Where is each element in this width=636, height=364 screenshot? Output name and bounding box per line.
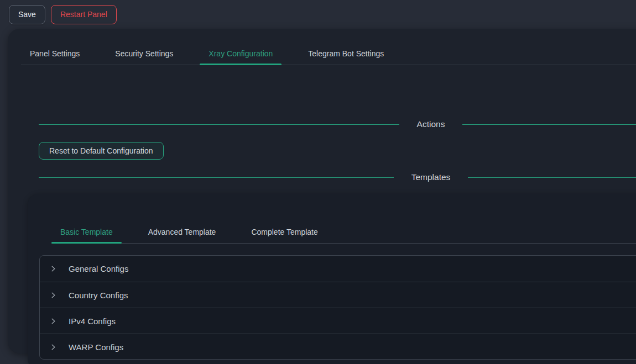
- collapse-header-general-configs[interactable]: General Configs: [40, 256, 636, 282]
- chevron-right-icon: [50, 265, 57, 272]
- collapse-label: IPv4 Configs: [69, 316, 116, 326]
- actions-divider-label: Actions: [399, 119, 463, 129]
- save-button[interactable]: Save: [9, 5, 45, 24]
- template-tabbar: Basic Template Advanced Template Complet…: [51, 220, 636, 244]
- collapse-item-warp-configs: WARP Configs: [40, 334, 636, 360]
- collapse-label: Country Configs: [69, 291, 128, 300]
- tab-label: Telegram Bot Settings: [308, 49, 384, 58]
- divider-line: [462, 124, 636, 125]
- tab-security-settings[interactable]: Security Settings: [106, 42, 182, 65]
- tab-label: Panel Settings: [30, 49, 80, 58]
- config-collapse-list: General Configs Country Configs: [39, 255, 636, 360]
- actions-divider: Actions: [39, 120, 636, 129]
- collapse-header-country-configs[interactable]: Country Configs: [40, 282, 636, 308]
- settings-card: Panel Settings Security Settings Xray Co…: [8, 29, 636, 354]
- tab-advanced-template[interactable]: Advanced Template: [139, 220, 225, 243]
- tab-complete-template[interactable]: Complete Template: [242, 220, 326, 243]
- collapse-item-general-configs: General Configs: [40, 256, 636, 282]
- tab-panel-settings[interactable]: Panel Settings: [21, 42, 88, 65]
- top-toolbar: Save Restart Panel: [9, 5, 117, 24]
- tab-telegram-bot-settings[interactable]: Telegram Bot Settings: [299, 42, 393, 65]
- chevron-right-icon: [50, 344, 57, 351]
- collapse-item-ipv4-configs: IPv4 Configs: [40, 308, 636, 334]
- divider-line: [468, 177, 636, 178]
- tab-label: Complete Template: [251, 228, 317, 236]
- tab-basic-template[interactable]: Basic Template: [51, 220, 122, 243]
- collapse-item-country-configs: Country Configs: [40, 282, 636, 308]
- restart-panel-button[interactable]: Restart Panel: [51, 5, 117, 24]
- templates-card: Basic Template Advanced Template Complet…: [28, 194, 636, 364]
- tab-label: Basic Template: [60, 228, 113, 236]
- collapse-header-warp-configs[interactable]: WARP Configs: [40, 334, 636, 360]
- tab-label: Security Settings: [115, 49, 173, 58]
- collapse-header-ipv4-configs[interactable]: IPv4 Configs: [40, 308, 636, 334]
- reset-default-configuration-button[interactable]: Reset to Default Configuration: [39, 142, 164, 160]
- templates-divider: Templates: [39, 173, 636, 182]
- chevron-right-icon: [50, 318, 57, 325]
- divider-line: [39, 124, 399, 125]
- divider-line: [39, 177, 394, 178]
- chevron-right-icon: [50, 292, 57, 299]
- collapse-label: WARP Configs: [69, 342, 123, 352]
- settings-tabbar: Panel Settings Security Settings Xray Co…: [21, 42, 636, 65]
- templates-divider-label: Templates: [394, 172, 468, 182]
- collapse-label: General Configs: [69, 264, 128, 273]
- tab-xray-configuration[interactable]: Xray Configuration: [200, 42, 281, 65]
- tab-label: Advanced Template: [148, 228, 216, 236]
- tab-label: Xray Configuration: [208, 49, 273, 58]
